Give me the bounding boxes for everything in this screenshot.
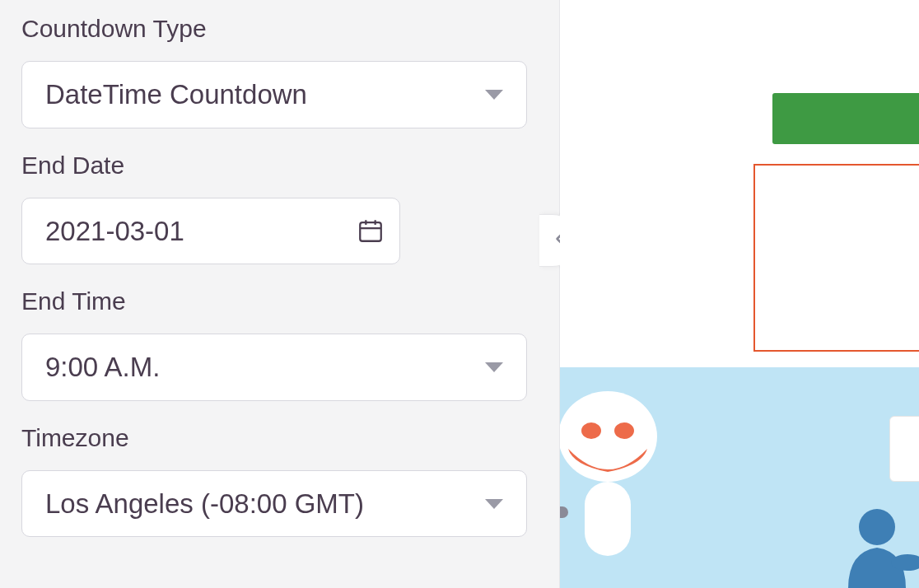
timezone-field: Timezone Los Angeles (-08:00 GMT) bbox=[21, 424, 538, 538]
end-time-field: End Time 9:00 A.M. bbox=[21, 287, 538, 401]
preview-selected-element[interactable] bbox=[753, 164, 919, 352]
preview-canvas bbox=[560, 0, 919, 588]
calendar-icon bbox=[357, 217, 385, 245]
countdown-type-value: DateTime Countdown bbox=[45, 79, 307, 110]
svg-point-9 bbox=[859, 509, 895, 545]
countdown-type-label: Countdown Type bbox=[21, 15, 538, 43]
svg-rect-7 bbox=[585, 482, 631, 556]
svg-point-6 bbox=[614, 422, 634, 439]
end-date-value: 2021-03-01 bbox=[45, 216, 184, 246]
chevron-down-icon bbox=[485, 90, 503, 100]
end-date-field: End Date 2021-03-01 bbox=[21, 152, 538, 265]
countdown-type-select[interactable]: DateTime Countdown bbox=[21, 61, 527, 128]
preview-green-button bbox=[772, 93, 919, 144]
preview-card bbox=[889, 416, 919, 482]
timezone-label: Timezone bbox=[21, 424, 538, 452]
settings-sidebar: Countdown Type DateTime Countdown End Da… bbox=[0, 0, 560, 588]
robot-illustration bbox=[560, 375, 675, 588]
end-date-label: End Date bbox=[21, 152, 538, 180]
timezone-value: Los Angeles (-08:00 GMT) bbox=[45, 488, 364, 519]
chevron-down-icon bbox=[485, 499, 503, 509]
svg-rect-0 bbox=[360, 222, 381, 241]
end-time-label: End Time bbox=[21, 287, 538, 315]
countdown-type-field: Countdown Type DateTime Countdown bbox=[21, 15, 538, 128]
chevron-down-icon bbox=[485, 362, 503, 372]
person-silhouette bbox=[832, 506, 919, 588]
svg-point-4 bbox=[560, 391, 657, 482]
end-date-input[interactable]: 2021-03-01 bbox=[21, 198, 400, 265]
timezone-select[interactable]: Los Angeles (-08:00 GMT) bbox=[21, 470, 527, 538]
end-time-value: 9:00 A.M. bbox=[45, 352, 160, 382]
svg-point-5 bbox=[581, 422, 601, 439]
end-time-select[interactable]: 9:00 A.M. bbox=[21, 334, 527, 401]
svg-rect-8 bbox=[560, 506, 568, 518]
